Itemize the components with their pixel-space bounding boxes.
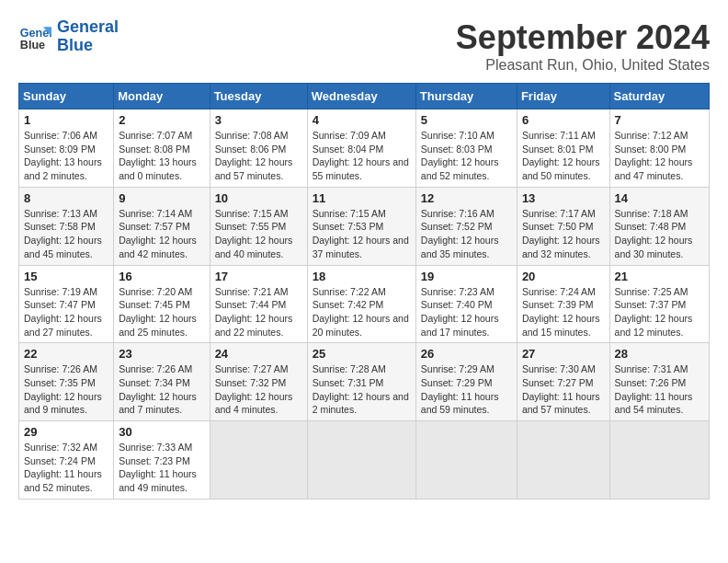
calendar-cell: 1Sunrise: 7:06 AMSunset: 8:09 PMDaylight… bbox=[19, 109, 114, 188]
day-number: 9 bbox=[119, 191, 204, 205]
day-number: 16 bbox=[119, 270, 204, 283]
day-sun-info: Sunrise: 7:19 AMSunset: 7:47 PMDaylight:… bbox=[24, 285, 108, 339]
day-sun-info: Sunrise: 7:14 AMSunset: 7:57 PMDaylight:… bbox=[119, 207, 204, 261]
calendar-cell: 21Sunrise: 7:25 AMSunset: 7:37 PMDayligh… bbox=[609, 265, 709, 343]
calendar-cell: 12Sunrise: 7:16 AMSunset: 7:52 PMDayligh… bbox=[415, 187, 517, 265]
day-number: 25 bbox=[313, 347, 411, 361]
calendar-cell: 28Sunrise: 7:31 AMSunset: 7:26 PMDayligh… bbox=[609, 343, 709, 421]
day-number: 17 bbox=[215, 270, 302, 283]
day-sun-info: Sunrise: 7:33 AMSunset: 7:23 PMDaylight:… bbox=[119, 441, 204, 495]
day-sun-info: Sunrise: 7:28 AMSunset: 7:31 PMDaylight:… bbox=[313, 362, 411, 417]
day-number: 15 bbox=[24, 270, 108, 283]
logo: General Blue General Blue bbox=[18, 18, 119, 55]
calendar-cell: 20Sunrise: 7:24 AMSunset: 7:39 PMDayligh… bbox=[517, 265, 609, 343]
logo-icon: General Blue bbox=[18, 20, 51, 53]
day-number: 29 bbox=[24, 425, 108, 439]
day-number: 1 bbox=[24, 113, 108, 127]
day-sun-info: Sunrise: 7:11 AMSunset: 8:01 PMDaylight:… bbox=[522, 129, 605, 183]
calendar-cell: 17Sunrise: 7:21 AMSunset: 7:44 PMDayligh… bbox=[210, 265, 307, 343]
calendar-cell: 4Sunrise: 7:09 AMSunset: 8:04 PMDaylight… bbox=[307, 109, 415, 188]
calendar-week-3: 15Sunrise: 7:19 AMSunset: 7:47 PMDayligh… bbox=[19, 265, 710, 343]
main-title: September 2024 bbox=[456, 18, 710, 57]
calendar-cell: 15Sunrise: 7:19 AMSunset: 7:47 PMDayligh… bbox=[19, 265, 114, 343]
calendar-header-row: SundayMondayTuesdayWednesdayThursdayFrid… bbox=[19, 84, 710, 109]
day-number: 6 bbox=[522, 113, 605, 127]
calendar-cell: 2Sunrise: 7:07 AMSunset: 8:08 PMDaylight… bbox=[114, 109, 210, 188]
weekday-header-thursday: Thursday bbox=[415, 84, 517, 109]
day-number: 24 bbox=[215, 347, 302, 361]
day-sun-info: Sunrise: 7:12 AMSunset: 8:00 PMDaylight:… bbox=[615, 129, 704, 183]
day-sun-info: Sunrise: 7:22 AMSunset: 7:42 PMDaylight:… bbox=[313, 285, 411, 339]
calendar-week-2: 8Sunrise: 7:13 AMSunset: 7:58 PMDaylight… bbox=[19, 187, 710, 265]
day-sun-info: Sunrise: 7:15 AMSunset: 7:53 PMDaylight:… bbox=[313, 207, 411, 261]
day-sun-info: Sunrise: 7:16 AMSunset: 7:52 PMDaylight:… bbox=[421, 207, 512, 261]
day-number: 5 bbox=[421, 113, 512, 127]
day-sun-info: Sunrise: 7:29 AMSunset: 7:29 PMDaylight:… bbox=[421, 362, 512, 417]
day-number: 26 bbox=[421, 347, 512, 361]
day-number: 3 bbox=[215, 113, 302, 127]
day-sun-info: Sunrise: 7:17 AMSunset: 7:50 PMDaylight:… bbox=[522, 207, 605, 261]
weekday-header-wednesday: Wednesday bbox=[307, 84, 415, 109]
day-sun-info: Sunrise: 7:20 AMSunset: 7:45 PMDaylight:… bbox=[119, 285, 204, 339]
day-sun-info: Sunrise: 7:08 AMSunset: 8:06 PMDaylight:… bbox=[215, 129, 302, 183]
calendar-cell: 27Sunrise: 7:30 AMSunset: 7:27 PMDayligh… bbox=[517, 343, 609, 421]
day-number: 21 bbox=[615, 270, 704, 283]
day-number: 19 bbox=[421, 270, 512, 283]
day-sun-info: Sunrise: 7:07 AMSunset: 8:08 PMDaylight:… bbox=[119, 129, 204, 183]
day-sun-info: Sunrise: 7:30 AMSunset: 7:27 PMDaylight:… bbox=[522, 362, 605, 417]
calendar-cell bbox=[307, 421, 415, 500]
day-sun-info: Sunrise: 7:32 AMSunset: 7:24 PMDaylight:… bbox=[24, 441, 108, 495]
calendar-cell: 23Sunrise: 7:26 AMSunset: 7:34 PMDayligh… bbox=[114, 343, 210, 421]
weekday-header-tuesday: Tuesday bbox=[210, 84, 307, 109]
calendar-cell: 16Sunrise: 7:20 AMSunset: 7:45 PMDayligh… bbox=[114, 265, 210, 343]
day-sun-info: Sunrise: 7:21 AMSunset: 7:44 PMDaylight:… bbox=[215, 285, 302, 339]
calendar-cell bbox=[210, 421, 307, 500]
day-number: 8 bbox=[24, 191, 108, 205]
day-number: 20 bbox=[522, 270, 605, 283]
day-number: 28 bbox=[615, 347, 704, 361]
calendar-cell: 24Sunrise: 7:27 AMSunset: 7:32 PMDayligh… bbox=[210, 343, 307, 421]
day-sun-info: Sunrise: 7:26 AMSunset: 7:35 PMDaylight:… bbox=[24, 362, 108, 417]
calendar-cell bbox=[415, 421, 517, 500]
day-sun-info: Sunrise: 7:26 AMSunset: 7:34 PMDaylight:… bbox=[119, 362, 204, 417]
day-sun-info: Sunrise: 7:15 AMSunset: 7:55 PMDaylight:… bbox=[215, 207, 302, 261]
day-sun-info: Sunrise: 7:10 AMSunset: 8:03 PMDaylight:… bbox=[421, 129, 512, 183]
day-number: 27 bbox=[522, 347, 605, 361]
day-sun-info: Sunrise: 7:13 AMSunset: 7:58 PMDaylight:… bbox=[24, 207, 108, 261]
calendar-cell: 7Sunrise: 7:12 AMSunset: 8:00 PMDaylight… bbox=[609, 109, 709, 188]
svg-text:Blue: Blue bbox=[20, 38, 45, 51]
day-number: 14 bbox=[615, 191, 704, 205]
day-sun-info: Sunrise: 7:27 AMSunset: 7:32 PMDaylight:… bbox=[215, 362, 302, 417]
day-number: 30 bbox=[119, 425, 204, 439]
day-number: 23 bbox=[119, 347, 204, 361]
day-sun-info: Sunrise: 7:09 AMSunset: 8:04 PMDaylight:… bbox=[313, 129, 411, 183]
logo-text: General Blue bbox=[57, 18, 119, 55]
day-sun-info: Sunrise: 7:31 AMSunset: 7:26 PMDaylight:… bbox=[615, 362, 704, 417]
calendar-week-5: 29Sunrise: 7:32 AMSunset: 7:24 PMDayligh… bbox=[19, 421, 710, 500]
calendar-cell: 5Sunrise: 7:10 AMSunset: 8:03 PMDaylight… bbox=[415, 109, 517, 188]
title-area: September 2024 Pleasant Run, Ohio, Unite… bbox=[456, 18, 710, 74]
weekday-header-friday: Friday bbox=[517, 84, 609, 109]
calendar-cell: 13Sunrise: 7:17 AMSunset: 7:50 PMDayligh… bbox=[517, 187, 609, 265]
calendar-cell: 9Sunrise: 7:14 AMSunset: 7:57 PMDaylight… bbox=[114, 187, 210, 265]
calendar-cell bbox=[609, 421, 709, 500]
day-sun-info: Sunrise: 7:06 AMSunset: 8:09 PMDaylight:… bbox=[24, 129, 108, 183]
day-sun-info: Sunrise: 7:23 AMSunset: 7:40 PMDaylight:… bbox=[421, 285, 512, 339]
calendar-cell: 6Sunrise: 7:11 AMSunset: 8:01 PMDaylight… bbox=[517, 109, 609, 188]
page-header: General Blue General Blue September 2024… bbox=[18, 18, 710, 74]
calendar-cell: 19Sunrise: 7:23 AMSunset: 7:40 PMDayligh… bbox=[415, 265, 517, 343]
weekday-header-monday: Monday bbox=[114, 84, 210, 109]
day-number: 10 bbox=[215, 191, 302, 205]
day-number: 7 bbox=[615, 113, 704, 127]
day-number: 13 bbox=[522, 191, 605, 205]
day-number: 4 bbox=[313, 113, 411, 127]
calendar-week-4: 22Sunrise: 7:26 AMSunset: 7:35 PMDayligh… bbox=[19, 343, 710, 421]
location-subtitle: Pleasant Run, Ohio, United States bbox=[456, 57, 710, 74]
calendar-cell: 30Sunrise: 7:33 AMSunset: 7:23 PMDayligh… bbox=[114, 421, 210, 500]
calendar-cell: 29Sunrise: 7:32 AMSunset: 7:24 PMDayligh… bbox=[19, 421, 114, 500]
day-number: 11 bbox=[313, 191, 411, 205]
calendar-cell: 8Sunrise: 7:13 AMSunset: 7:58 PMDaylight… bbox=[19, 187, 114, 265]
calendar-cell: 18Sunrise: 7:22 AMSunset: 7:42 PMDayligh… bbox=[307, 265, 415, 343]
calendar-cell: 11Sunrise: 7:15 AMSunset: 7:53 PMDayligh… bbox=[307, 187, 415, 265]
day-sun-info: Sunrise: 7:24 AMSunset: 7:39 PMDaylight:… bbox=[522, 285, 605, 339]
